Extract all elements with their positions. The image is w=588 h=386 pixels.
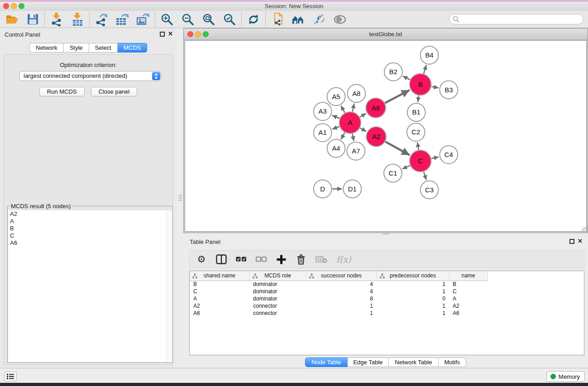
graph-edge-B-B2[interactable] xyxy=(403,76,410,80)
zoom-out-icon[interactable] xyxy=(181,13,195,26)
tab-network[interactable]: Network xyxy=(29,43,64,52)
add-column-icon[interactable] xyxy=(276,253,287,266)
close-window-button[interactable] xyxy=(3,3,9,9)
node-table[interactable]: shared nameMCDS rolesuccessor nodesprede… xyxy=(189,271,584,355)
graph-edge-B-B1[interactable] xyxy=(418,95,419,102)
table-close-panel-icon[interactable]: ✕ xyxy=(578,238,583,244)
home-icon[interactable] xyxy=(292,13,305,26)
export-image-icon[interactable] xyxy=(136,13,150,26)
column-header-MCDS-role[interactable]: MCDS role xyxy=(249,271,306,281)
import-table-icon[interactable] xyxy=(71,13,84,26)
memory-button[interactable]: Memory xyxy=(546,371,585,382)
hide-details-icon[interactable]: f xyxy=(312,13,326,26)
network-close-button[interactable] xyxy=(187,31,193,37)
tab-node-table[interactable]: Node Table xyxy=(305,357,348,367)
float-panel-icon[interactable] xyxy=(160,32,165,37)
network-file-icon[interactable] xyxy=(271,13,284,26)
eye-icon[interactable] xyxy=(333,13,347,26)
search-input[interactable] xyxy=(449,14,583,24)
table-row[interactable]: Bdominator41B xyxy=(190,281,584,288)
table-cell: dominator xyxy=(249,288,306,295)
tab-select[interactable]: Select xyxy=(89,43,118,52)
network-window-titlebar[interactable]: testGlobe.txt xyxy=(184,29,588,40)
deselect-all-columns-icon[interactable] xyxy=(256,253,267,266)
select-all-columns-icon[interactable] xyxy=(236,253,247,266)
graph-edge-A2-C[interactable] xyxy=(385,142,410,155)
tab-motifs[interactable]: Motifs xyxy=(438,357,466,367)
table-row[interactable]: Cdominator41C xyxy=(190,288,584,295)
table-cell: 1 xyxy=(377,310,449,317)
graph-node-label: C2 xyxy=(411,128,420,136)
refresh-icon[interactable] xyxy=(247,13,260,26)
import-network-icon[interactable] xyxy=(50,13,63,26)
list-scrollbar[interactable] xyxy=(166,210,172,362)
graph-edge-B-B3[interactable] xyxy=(431,86,439,88)
graph-edge-C-C1[interactable] xyxy=(402,166,410,169)
table-cell: C xyxy=(449,288,488,295)
tab-mcds[interactable]: MCDS xyxy=(118,43,147,52)
open-session-icon[interactable] xyxy=(5,13,19,26)
run-mcds-button[interactable]: Run MCDS xyxy=(39,87,85,96)
table-float-panel-icon[interactable] xyxy=(569,239,574,244)
graph-edge-A-A1[interactable] xyxy=(332,127,339,129)
network-minimize-button[interactable] xyxy=(195,31,201,37)
export-table-icon[interactable] xyxy=(115,13,129,26)
graph-edge-A-A7[interactable] xyxy=(352,134,354,141)
control-panel: Control Panel ✕ NetworkStyleSelectMCDS O… xyxy=(0,28,177,368)
graph-edge-B-B4[interactable] xyxy=(424,65,426,74)
mcds-result-item[interactable]: A xyxy=(8,218,172,225)
mcds-result-item[interactable]: A2 xyxy=(8,210,172,218)
graph-edge-A-A5[interactable] xyxy=(341,106,344,113)
settings-gear-icon[interactable]: ⚙ xyxy=(196,253,207,266)
column-header-name[interactable]: name xyxy=(449,271,488,281)
table-row[interactable]: A6connector11A6 xyxy=(190,310,584,317)
network-window-title: testGlobe.txt xyxy=(184,29,588,40)
zoom-in-icon[interactable] xyxy=(160,13,174,26)
tab-style[interactable]: Style xyxy=(64,43,89,52)
criterion-dropdown[interactable]: largest connected component (directed) xyxy=(19,71,161,81)
control-panel-title: Control Panel xyxy=(5,31,40,38)
graph-edge-A-A3[interactable] xyxy=(332,115,340,119)
zoom-window-button[interactable] xyxy=(19,3,24,9)
delete-column-icon[interactable] xyxy=(296,253,306,266)
column-header-shared-name[interactable]: shared name xyxy=(190,271,249,281)
close-panel-button[interactable]: Close panel xyxy=(91,87,138,96)
graph-edge-C-C4[interactable] xyxy=(431,157,439,159)
function-builder-icon[interactable]: f(x) xyxy=(336,253,351,266)
table-row[interactable]: Adominator80A xyxy=(190,295,584,302)
table-cell xyxy=(488,310,584,317)
network-zoom-button[interactable] xyxy=(203,31,209,37)
minimize-window-button[interactable] xyxy=(11,3,17,9)
tab-edge-table[interactable]: Edge Table xyxy=(347,357,389,367)
column-header-predecessor-nodes[interactable]: predecessor nodes xyxy=(377,271,449,281)
graph-edge-A6-B[interactable] xyxy=(385,90,409,103)
close-panel-icon[interactable]: ✕ xyxy=(168,30,173,37)
task-history-button[interactable] xyxy=(4,372,17,381)
table-cell: dominator xyxy=(249,281,306,288)
resize-grip[interactable] xyxy=(582,227,588,233)
mcds-result-item[interactable]: A6 xyxy=(8,239,172,247)
save-session-icon[interactable] xyxy=(26,13,39,26)
zoom-fit-icon[interactable] xyxy=(202,13,215,26)
table-row[interactable]: A2connector11A2 xyxy=(190,302,584,310)
delete-table-icon[interactable] xyxy=(316,253,327,266)
graph-edge-C-C3[interactable] xyxy=(424,172,426,180)
export-network-icon[interactable] xyxy=(95,13,108,26)
vertical-split-handle[interactable] xyxy=(179,195,182,202)
network-canvas[interactable]: B4B2BB3A8A5A6A3B1AC2A1A2A4A7C4CC1DD1C3 xyxy=(185,40,587,232)
zoom-selected-icon[interactable] xyxy=(223,13,236,26)
tab-network-table[interactable]: Network Table xyxy=(389,357,438,367)
graph-edge-A-A8[interactable] xyxy=(353,104,354,112)
graph-edge-A-A4[interactable] xyxy=(341,133,344,139)
graph-edge-A-A2[interactable] xyxy=(360,128,366,131)
horizontal-split-handle[interactable] xyxy=(382,233,390,235)
table-cell: 4 xyxy=(306,288,377,295)
graph-node-label: C3 xyxy=(425,186,434,194)
mcds-result-item[interactable]: B xyxy=(8,225,172,232)
column-management-icon[interactable] xyxy=(216,253,227,266)
column-header-successor-nodes[interactable]: successor nodes xyxy=(306,271,377,281)
graph-edge-A-A6[interactable] xyxy=(360,114,366,117)
graph-edge-C-C2[interactable] xyxy=(417,143,419,150)
table-header-row[interactable]: shared nameMCDS rolesuccessor nodesprede… xyxy=(190,271,584,281)
mcds-result-item[interactable]: C xyxy=(8,232,172,239)
